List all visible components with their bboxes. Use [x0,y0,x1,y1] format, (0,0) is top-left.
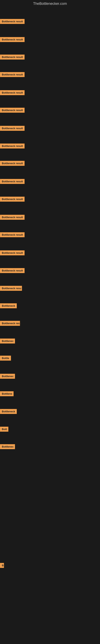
bottleneck-badge-14: Bottleneck result [0,250,25,256]
bottleneck-badge-22: Bottlene [0,391,14,396]
bottleneck-result-item-12: Bottleneck result [0,215,25,220]
bottleneck-result-item-1: Bottleneck result [0,19,25,25]
bottleneck-badge-20: Bottle [0,356,11,361]
bottleneck-result-item-21: Bottlenec [0,374,15,380]
bottleneck-result-item-14: Bottleneck result [0,250,25,256]
bottleneck-badge-3: Bottleneck result [0,54,25,60]
bottleneck-badge-24: Bott [0,427,8,432]
bottleneck-result-item-11: Bottleneck result [0,196,25,202]
bottleneck-result-item-2: Bottleneck result [0,37,25,43]
bottleneck-badge-7: Bottleneck result [0,126,25,131]
bottleneck-badge-27: B [0,563,4,568]
bottleneck-result-item-19: Bottlenec [0,338,15,344]
bottleneck-badge-15: Bottleneck result [0,268,25,273]
bottleneck-result-item-20: Bottle [0,356,11,362]
bottleneck-result-item-17: Bottleneck [0,303,17,309]
bottleneck-badge-2: Bottleneck result [0,37,25,42]
bottleneck-badge-5: Bottleneck result [0,90,25,95]
bottleneck-result-item-9: Bottleneck result [0,161,25,167]
bottleneck-result-item-10: Bottleneck result [0,179,25,185]
bottleneck-result-item-4: Bottleneck result [0,72,25,78]
bottleneck-result-item-7: Bottleneck result [0,126,25,132]
bottleneck-badge-10: Bottleneck result [0,179,25,184]
bottleneck-badge-16: Bottleneck resu [0,286,22,291]
bottleneck-result-item-18: Bottleneck res [0,321,20,327]
bottleneck-result-item-8: Bottleneck result [0,144,25,149]
bottleneck-result-item-3: Bottleneck result [0,54,25,60]
bottleneck-result-item-27: B [0,563,4,569]
bottleneck-badge-12: Bottleneck result [0,215,25,220]
bottleneck-badge-8: Bottleneck result [0,144,25,148]
site-title: TheBottlenecker.com [0,0,100,8]
bottleneck-result-item-16: Bottleneck resu [0,286,22,292]
bottleneck-badge-1: Bottleneck result [0,19,25,24]
bottleneck-badge-19: Bottlenec [0,338,15,344]
bottleneck-badge-25: Bottlenec [0,444,15,449]
bottleneck-result-item-25: Bottlenec [0,444,15,450]
bottleneck-result-item-5: Bottleneck result [0,90,25,96]
bottleneck-badge-23: Bottleneck [0,409,17,414]
bottleneck-result-item-22: Bottlene [0,391,14,397]
bottleneck-badge-13: Bottleneck result [0,232,25,237]
bottleneck-badge-18: Bottleneck res [0,321,20,326]
bottleneck-badge-6: Bottleneck result [0,108,25,113]
bottleneck-badge-21: Bottlenec [0,374,15,379]
bottleneck-result-item-24: Bott [0,427,8,432]
bottleneck-badge-9: Bottleneck result [0,161,25,166]
bottleneck-badge-4: Bottleneck result [0,72,25,77]
bottleneck-badge-11: Bottleneck result [0,196,25,202]
bottleneck-badge-17: Bottleneck [0,303,17,308]
bottleneck-result-item-6: Bottleneck result [0,108,25,114]
bottleneck-result-item-23: Bottleneck [0,409,17,415]
bottleneck-result-item-15: Bottleneck result [0,268,25,274]
bottleneck-result-item-13: Bottleneck result [0,232,25,238]
